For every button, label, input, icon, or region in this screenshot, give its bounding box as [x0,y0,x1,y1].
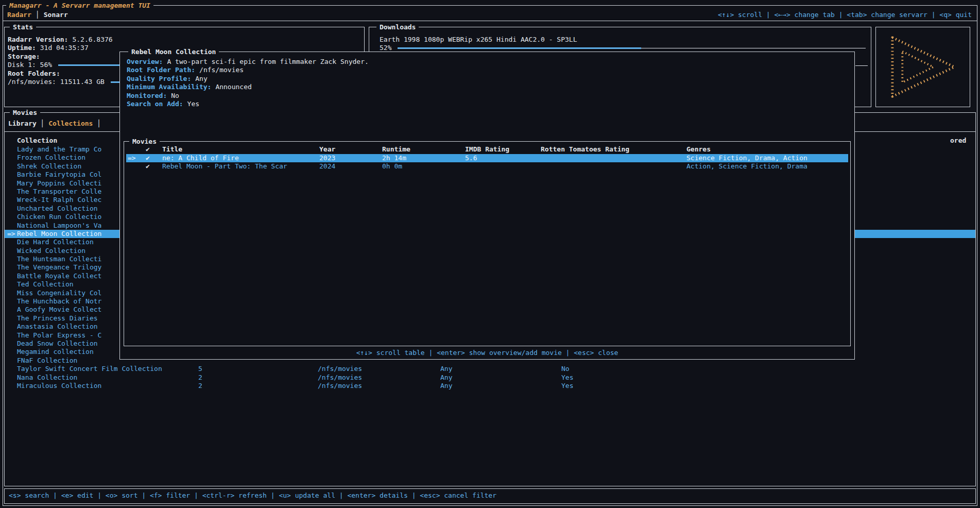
collection-column-header: Collection [17,137,57,145]
col-rotten-tomatoes-rating: Rotten Tomatoes Rating [541,145,629,154]
collection-name: Wicked Collection [17,247,85,255]
movie-row[interactable]: ✔ Rebel Moon - Part Two: The Scar 2024 0… [126,162,848,171]
collection-details-popup: Rebel Moon Collection Overview:A two-par… [119,52,855,360]
field-monitored: Monitored:No [127,92,179,100]
tab-separator: │ [37,120,48,127]
field-value: A two-part sci-fi epic from filmmaker Za… [167,58,368,65]
stats-panel-title: Stats [10,23,36,31]
col-genres: Genres [686,145,711,154]
tab-separator: │ [36,11,40,19]
collection-row[interactable]: Taylor Swift Concert Film Collection 5 /… [5,365,975,373]
collection-movie-count: 5 [198,365,202,373]
field-value: Announced [215,83,251,91]
downloads-panel-title: Downloads [376,23,419,31]
collection-name: Barbie Fairytopia Col [17,171,101,179]
collection-monitored: No [561,365,570,373]
collection-name: A Goofy Movie Collect [17,306,101,314]
collection-quality-profile: Any [440,382,452,390]
movies-panel-title: Movies [10,108,40,117]
popup-keybind-hints: <↑↓> scroll table | <enter> show overvie… [120,349,854,357]
managarr-logo-icon [876,27,970,107]
movie-row[interactable]: => ✔ ne: A Child of Fire 2023 2h 14m 5.6… [126,154,848,162]
collection-name: National Lampoon's Va [17,222,101,230]
uptime-line: Uptime:31d 04:35:37 [8,44,89,52]
field-label: Minimum Availability: [127,83,211,91]
movie-runtime: 2h 14m [382,154,406,162]
collection-quality-profile: Any [440,365,452,373]
field-value: Yes [187,100,199,108]
top-keybind-hints: <↑↓> scroll | <←→> change tab | <tab> ch… [718,11,972,19]
collection-name: Chicken Run Collectio [17,213,101,221]
collection-root-folder: /nfs/movies [318,374,362,382]
col-imdb-rating: IMDB Rating [465,145,509,154]
popup-title: Rebel Moon Collection [128,47,219,56]
monitored-check-icon: ✔ [146,154,150,162]
collection-name: Ted Collection [17,280,74,289]
field-label: Quality Profile: [127,75,191,82]
movie-imdb-rating: 5.6 [465,154,477,162]
uptime-value: 31d 04:35:37 [40,44,89,52]
col-monitored-check: ✔ [146,145,150,154]
root-folders-label: Root Folders: [8,70,60,78]
collection-name: Shrek Collection [17,162,81,171]
collection-name: Taylor Swift Concert Film Collection [17,365,162,373]
movie-title: Rebel Moon - Part Two: The Scar [162,162,287,171]
download-item-title: Earth 1998 1080p WEBRip x265 Hindi AAC2.… [380,36,577,44]
col-title: Title [162,145,182,154]
collection-name: Anastasia Collection [17,323,98,331]
gauge-fill [398,47,641,49]
collection-name: The Polar Express - C [17,331,101,340]
uptime-label: Uptime: [8,44,36,52]
movies-table-header: ✔ Title Year Runtime IMDB Rating Rotten … [124,145,850,154]
servarr-tabs: Radarr│Sonarr [7,11,68,19]
movie-runtime: 0h 0m [382,162,402,171]
movie-year: 2024 [319,162,335,171]
collection-root-folder: /nfs/movies [318,365,362,373]
bottom-hints-bar: <s> search | <e> edit | <o> sort | <f> f… [4,488,976,504]
play-triangle-icon [884,35,961,99]
field-label: Search on Add: [127,100,183,108]
tab-radarr[interactable]: Radarr [7,11,31,19]
collection-name: Lady and the Tramp Co [17,145,101,154]
tabbar-divider [3,21,977,21]
col-year: Year [319,145,335,154]
collection-root-folder: /nfs/movies [318,382,362,390]
field-label: Overview: [127,58,163,65]
tab-library[interactable]: Library [8,120,37,127]
second-download-gauge-sliver [855,65,868,66]
collection-name: Megamind collection [17,348,94,356]
col-runtime: Runtime [382,145,410,154]
collection-name: Uncharted Collection [17,205,98,213]
collection-name: Dead Snow Collection [17,340,98,348]
collection-movie-count: 2 [198,382,202,390]
popup-movies-table-title: Movies [129,137,160,146]
collection-name: Rebel Moon Collection [17,230,101,238]
collection-row[interactable]: Miraculous Collection 2 /nfs/movies Any … [5,382,975,390]
monitored-check-icon: ✔ [146,162,150,171]
collection-name: Nana Collection [17,374,77,382]
collection-quality-profile: Any [440,374,452,382]
collection-name: Mary Poppins Collecti [17,179,101,188]
movie-title: ne: A Child of Fire [162,154,239,162]
field-search-on-add: Search on Add:Yes [127,100,199,108]
tab-separator: │ [93,120,101,127]
collection-name: The Princess Diaries [17,314,98,323]
movies-table-rows: => ✔ ne: A Child of Fire 2023 2h 14m 5.6… [124,154,850,171]
tab-collections[interactable]: Collections [48,120,93,127]
collection-name: The Huntsman Collecti [17,255,101,263]
field-root-folder: Root Folder Path:/nfs/movies [127,66,244,74]
movie-genres: Action, Science Fiction, Drama [686,162,807,171]
version-label: Radarr Version: [8,36,68,43]
servarr-tabbar: Radarr│Sonarr <↑↓> scroll | <←→> change … [7,10,972,19]
collection-name: Miss Congeniality Col [17,289,101,297]
field-overview: Overview:A two-part sci-fi epic from fil… [127,58,369,66]
row-selection-marker: => [7,230,15,238]
gauge-track [641,48,866,48]
collection-name: Die Hard Collection [17,238,94,246]
tab-sonarr[interactable]: Sonarr [44,11,68,19]
movie-year: 2023 [319,154,335,162]
collection-movie-count: 2 [198,374,202,382]
collection-name: Wreck-It Ralph Collec [17,196,101,204]
collection-monitored: Yes [561,382,573,390]
collection-row[interactable]: Nana Collection 2 /nfs/movies Any Yes [5,374,975,382]
